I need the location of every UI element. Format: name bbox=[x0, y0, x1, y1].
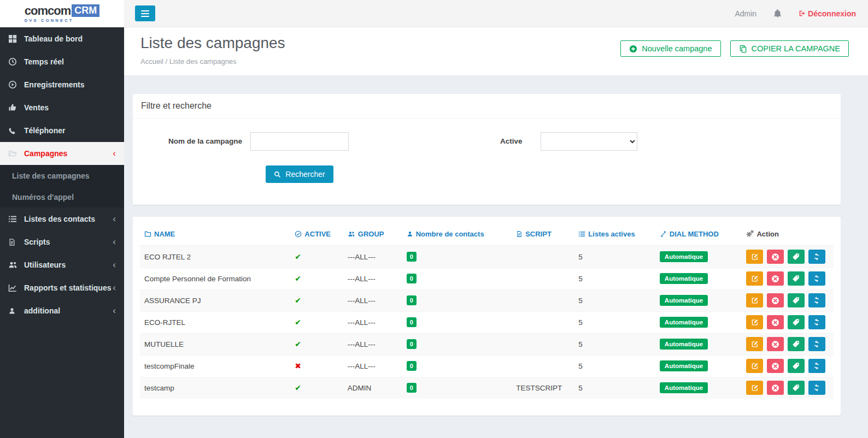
sidebar-item-users[interactable]: Utilisateurs ‹ bbox=[0, 253, 124, 276]
active-status-icon: ✖ bbox=[295, 362, 301, 370]
tag-campaign-button[interactable] bbox=[788, 250, 805, 264]
sidebar-item-contact-lists[interactable]: Listes des contacts ‹ bbox=[0, 208, 124, 230]
copy-icon bbox=[739, 45, 747, 53]
refresh-campaign-button[interactable] bbox=[808, 250, 825, 264]
campaign-name-cell: ECO-RJTEL bbox=[140, 311, 290, 333]
user-icon bbox=[407, 230, 413, 239]
chevron-left-icon: ‹ bbox=[113, 238, 116, 246]
breadcrumb: Accueil / Liste des campagnes bbox=[140, 57, 285, 66]
sidebar-item-realtime[interactable]: Temps réel bbox=[0, 50, 124, 73]
refresh-campaign-button[interactable] bbox=[808, 337, 825, 351]
campaign-name-cell: ASSURANCE PJ bbox=[140, 289, 290, 311]
edit-campaign-button[interactable] bbox=[746, 271, 763, 286]
deactivate-campaign-button[interactable] bbox=[767, 315, 784, 329]
chevron-left-icon: ‹ bbox=[113, 284, 116, 292]
users-icon bbox=[8, 261, 18, 269]
sidebar-item-sales[interactable]: Ventes bbox=[0, 96, 124, 119]
logout-link[interactable]: Déconnexion bbox=[799, 9, 856, 18]
deactivate-campaign-button[interactable] bbox=[767, 271, 784, 286]
campaign-script-cell bbox=[512, 355, 574, 377]
tag-campaign-button[interactable] bbox=[788, 381, 805, 395]
filter-card: Filtre et recherche Nom de la campagne R… bbox=[133, 94, 841, 205]
active-status-icon: ✔ bbox=[295, 252, 301, 261]
brand-crm-badge: CRM bbox=[72, 4, 99, 17]
campaign-table-body: ECO RJTEL 2 ✔ ---ALL--- 0 5 Automatique … bbox=[140, 246, 834, 399]
sidebar-item-label: Rapports et statistiques bbox=[24, 283, 111, 292]
sidebar-item-recordings[interactable]: Enregistrements bbox=[0, 73, 124, 96]
campaign-group-cell: ---ALL--- bbox=[343, 246, 402, 268]
sidebar-item-label: Ventes bbox=[24, 103, 49, 112]
active-status-icon: ✔ bbox=[295, 318, 301, 327]
active-lists-cell: 5 bbox=[574, 268, 655, 289]
active-filter-select[interactable] bbox=[541, 132, 637, 151]
sidebar-item-dashboard[interactable]: Tableau de bord bbox=[0, 27, 124, 50]
sidebar-item-label: Temps réel bbox=[24, 57, 64, 66]
sidebar-item-scripts[interactable]: Scripts ‹ bbox=[0, 230, 124, 253]
sidebar-toggle-button[interactable] bbox=[135, 5, 155, 21]
campaign-name-cell: Compte Personnel de Formation bbox=[140, 268, 290, 289]
sidebar-item-reports[interactable]: Rapports et statistiques ‹ bbox=[0, 276, 124, 299]
tag-campaign-button[interactable] bbox=[788, 337, 805, 351]
table-row: MUTUELLE ✔ ---ALL--- 0 5 Automatique bbox=[140, 333, 834, 355]
user-menu[interactable]: Admin bbox=[735, 9, 756, 18]
search-icon bbox=[274, 171, 281, 178]
clock-icon bbox=[8, 57, 18, 66]
phone-icon bbox=[8, 126, 18, 135]
deactivate-campaign-button[interactable] bbox=[767, 293, 784, 307]
sidebar-item-phone[interactable]: Téléphoner bbox=[0, 119, 124, 142]
table-row: ASSURANCE PJ ✔ ---ALL--- 0 5 Automatique bbox=[140, 289, 834, 311]
edit-campaign-button[interactable] bbox=[746, 293, 763, 307]
active-status-icon: ✔ bbox=[295, 340, 301, 348]
check-circle-icon bbox=[295, 230, 302, 239]
campaign-name-cell: MUTUELLE bbox=[140, 333, 290, 355]
search-button[interactable]: Rechercher bbox=[266, 165, 333, 183]
contacts-count-badge: 0 bbox=[407, 317, 417, 327]
list-icon bbox=[578, 230, 585, 239]
active-status-icon: ✔ bbox=[295, 274, 301, 283]
tag-campaign-button[interactable] bbox=[788, 293, 805, 307]
new-campaign-button[interactable]: Nouvelle campagne bbox=[620, 40, 720, 57]
header-dial-method[interactable]: DIAL METHOD bbox=[655, 224, 742, 246]
tag-campaign-button[interactable] bbox=[788, 359, 805, 373]
deactivate-campaign-button[interactable] bbox=[767, 250, 784, 264]
campaign-name-cell: testcamp bbox=[140, 377, 290, 399]
edit-campaign-button[interactable] bbox=[746, 250, 763, 264]
header-action: Action bbox=[742, 224, 834, 246]
refresh-campaign-button[interactable] bbox=[808, 359, 825, 373]
edit-campaign-button[interactable] bbox=[746, 315, 763, 329]
edit-campaign-button[interactable] bbox=[746, 359, 763, 373]
refresh-campaign-button[interactable] bbox=[808, 293, 825, 307]
deactivate-campaign-button[interactable] bbox=[767, 337, 784, 351]
campaign-script-cell bbox=[512, 289, 574, 311]
search-button-label: Rechercher bbox=[285, 170, 325, 179]
header-contacts[interactable]: Nombre de contacts bbox=[402, 224, 512, 246]
submenu-item-call-numbers[interactable]: Numéros d'appel bbox=[0, 186, 124, 208]
tag-campaign-button[interactable] bbox=[788, 271, 805, 286]
refresh-campaign-button[interactable] bbox=[808, 271, 825, 286]
submenu-item-campaign-list[interactable]: Liste des campagnes bbox=[0, 165, 124, 186]
deactivate-campaign-button[interactable] bbox=[767, 359, 784, 373]
edit-campaign-button[interactable] bbox=[746, 337, 763, 351]
refresh-campaign-button[interactable] bbox=[808, 381, 825, 395]
header-active[interactable]: ACTIVE bbox=[290, 224, 343, 246]
edit-campaign-button[interactable] bbox=[746, 381, 763, 395]
folder-icon bbox=[144, 230, 151, 239]
sidebar-item-additional[interactable]: additional ‹ bbox=[0, 299, 124, 322]
dashboard-grid-icon bbox=[8, 34, 18, 43]
campaign-name-input[interactable] bbox=[250, 132, 349, 151]
chevron-left-icon: ‹ bbox=[113, 261, 116, 269]
deactivate-campaign-button[interactable] bbox=[767, 381, 784, 395]
contacts-count-badge: 0 bbox=[407, 252, 417, 262]
brand-logo[interactable]: comcom CRM DVS CONNECT bbox=[0, 0, 124, 27]
sidebar-item-campaigns[interactable]: Campagnes ‹ bbox=[0, 142, 124, 165]
header-group[interactable]: GROUP bbox=[343, 224, 402, 246]
refresh-campaign-button[interactable] bbox=[808, 315, 825, 329]
notifications-bell-icon[interactable] bbox=[773, 9, 782, 18]
copy-campaign-button[interactable]: COPIER LA CAMPAGNE bbox=[730, 40, 849, 57]
tag-campaign-button[interactable] bbox=[788, 315, 805, 329]
header-script[interactable]: SCRIPT bbox=[512, 224, 574, 246]
header-active-lists[interactable]: Listes actives bbox=[574, 224, 655, 246]
diagonal-arrows-icon bbox=[660, 230, 667, 239]
header-name[interactable]: NAME bbox=[140, 224, 290, 246]
topbar: Admin Déconnexion bbox=[124, 0, 868, 27]
